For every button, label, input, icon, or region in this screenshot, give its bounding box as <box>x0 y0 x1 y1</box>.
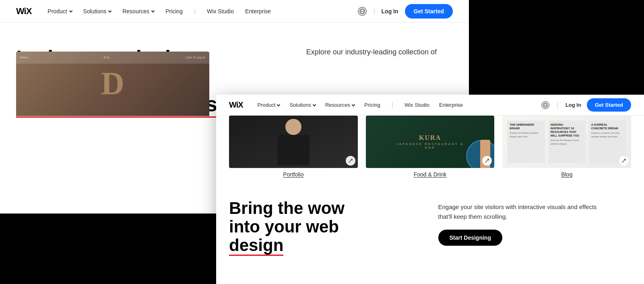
foreground-window: WiX Product Solutions Resources Pricing … <box>216 95 644 284</box>
blog-expand-button[interactable] <box>619 156 629 166</box>
blog-col1-sub: Explore a timeless website design style … <box>510 131 542 138</box>
fg-nav-enterprise[interactable]: Enterprise <box>439 102 463 108</box>
portfolio-expand-button[interactable] <box>346 156 355 166</box>
template-cards-section: Portfolio KURA JAPANESE RESTAURANT & BAR <box>216 116 644 186</box>
template-nav-brand: R.A. <box>31 56 182 59</box>
blog-col-2: SEEKING INSPIRATION? 10 RESOURCES THAT W… <box>548 120 586 163</box>
food-drink-card[interactable]: KURA JAPANESE RESTAURANT & BAR Food & Dr… <box>366 116 495 178</box>
globe-icon[interactable] <box>358 7 367 16</box>
bg-nav-enterprise[interactable]: Enterprise <box>245 8 271 15</box>
fg-login-button[interactable]: Log In <box>566 102 581 108</box>
chevron-down-icon <box>151 9 155 12</box>
bottom-description: Engage your site visitors with interacti… <box>438 202 599 222</box>
bg-hero-subtitle: Explore our industry-leading collection … <box>306 47 437 58</box>
template-nav-login: Cart ⊙ Log In <box>186 56 205 59</box>
bottom-left: Bring the wow into your web design <box>229 199 422 255</box>
bg-nav-right: | Log In Get Started <box>358 4 453 19</box>
blog-col-1: THE UNBRANDED BRAND Explore a timeless w… <box>507 120 545 163</box>
bg-nav-resources[interactable]: Resources <box>122 8 154 15</box>
fg-wix-logo[interactable]: WiX <box>229 100 243 110</box>
blog-col3-title: A SURREAL CONCRETE DREAM <box>591 123 624 130</box>
food-card-image: KURA JAPANESE RESTAURANT & BAR <box>366 116 495 168</box>
blog-card-label[interactable]: Blog <box>502 171 631 178</box>
nav-divider-fg-2: | <box>557 102 558 109</box>
bg-template-preview: Menu R.A. Cart ⊙ Log In D <box>16 52 209 116</box>
fg-nav-links: Product Solutions Resources Pricing | Wi… <box>258 102 541 109</box>
fg-nav-resources[interactable]: Resources <box>325 102 355 108</box>
fg-globe-svg <box>543 102 548 108</box>
fg-nav-pricing[interactable]: Pricing <box>364 102 380 108</box>
chevron-down-icon <box>277 103 280 106</box>
expand-icon <box>622 159 626 163</box>
expand-icon <box>349 159 353 163</box>
kura-name: KURA <box>419 134 441 141</box>
portfolio-card[interactable]: Portfolio <box>229 116 358 178</box>
kura-subtitle: JAPANESE RESTAURANT & BAR <box>392 142 469 149</box>
bg-nav-links: Product Solutions Resources Pricing | Wi… <box>47 8 358 15</box>
bg-login-button[interactable]: Log In <box>382 8 398 15</box>
template-nav-menu: Menu <box>20 56 28 59</box>
portfolio-card-image <box>229 116 358 168</box>
expand-icon <box>485 159 489 163</box>
bg-navbar: WiX Product Solutions Resources Pricing … <box>0 0 469 23</box>
chevron-down-icon <box>313 103 316 106</box>
bottom-section: Bring the wow into your web design Engag… <box>216 186 644 268</box>
portfolio-card-label[interactable]: Portfolio <box>229 171 358 178</box>
food-card-label[interactable]: Food & Drink <box>366 171 495 178</box>
nav-divider: | <box>194 8 196 15</box>
chevron-down-icon <box>352 103 355 106</box>
blog-col1-title: THE UNBRANDED BRAND <box>510 123 542 130</box>
nav-divider-fg: | <box>392 102 393 109</box>
blog-col2-sub: Improve the design of your website desig… <box>551 139 583 145</box>
bg-nav-solutions[interactable]: Solutions <box>83 8 111 15</box>
fg-nav-wix-studio[interactable]: Wix Studio <box>405 102 429 108</box>
bg-template-nav: Menu R.A. Cart ⊙ Log In <box>16 52 209 64</box>
fg-globe-icon[interactable] <box>541 101 549 109</box>
fg-navbar: WiX Product Solutions Resources Pricing … <box>216 95 644 116</box>
start-designing-button[interactable]: Start Designing <box>438 230 502 246</box>
blog-card-image: THE UNBRANDED BRAND Explore a timeless w… <box>502 116 631 168</box>
bg-nav-product[interactable]: Product <box>47 8 72 15</box>
kura-branding: KURA JAPANESE RESTAURANT & BAR <box>392 116 469 168</box>
blog-col3-sub: Inspire a creative concrete website desi… <box>591 131 624 138</box>
bottom-title: Bring the wow into your web design <box>229 199 422 255</box>
person-head <box>285 119 301 135</box>
fg-get-started-button[interactable]: Get Started <box>587 98 631 112</box>
globe-svg <box>359 8 365 15</box>
blog-card[interactable]: THE UNBRANDED BRAND Explore a timeless w… <box>502 116 631 178</box>
bottom-right: Engage your site visitors with interacti… <box>438 199 632 246</box>
chevron-down-icon <box>69 9 72 12</box>
person-body <box>277 135 310 165</box>
bg-nav-pricing[interactable]: Pricing <box>165 8 183 15</box>
blog-col2-title: SEEKING INSPIRATION? 10 RESOURCES THAT W… <box>551 123 583 137</box>
chevron-down-icon <box>108 9 111 12</box>
bg-template-letter: D <box>101 65 124 102</box>
fg-nav-product[interactable]: Product <box>258 102 280 108</box>
fg-nav-solutions[interactable]: Solutions <box>289 102 315 108</box>
bg-get-started-button[interactable]: Get Started <box>405 4 453 19</box>
fg-nav-right: | Log In Get Started <box>541 98 631 112</box>
nav-divider-2: | <box>373 8 375 15</box>
portfolio-person <box>229 116 358 168</box>
blog-columns: THE UNBRANDED BRAND Explore a timeless w… <box>506 119 628 165</box>
black-overlay-bottom-left <box>0 214 221 284</box>
bg-nav-wix-studio[interactable]: Wix Studio <box>207 8 234 15</box>
bottom-title-design-underlined: design <box>229 236 283 255</box>
bg-wix-logo[interactable]: WiX <box>16 6 31 17</box>
